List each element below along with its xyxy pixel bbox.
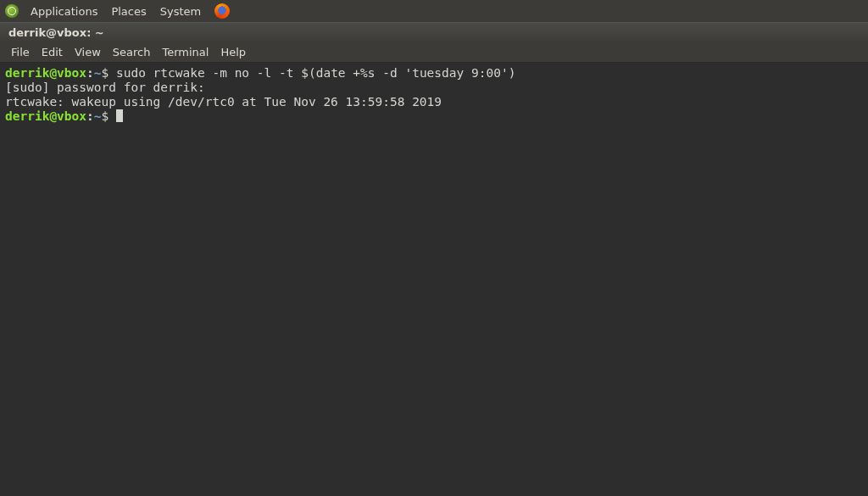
command-text: sudo rtcwake -m no -l -t $(date +%s -d '… xyxy=(116,66,515,80)
terminal-output[interactable]: derrik@vbox:~$ sudo rtcwake -m no -l -t … xyxy=(0,63,868,496)
menu-edit[interactable]: Edit xyxy=(36,44,69,60)
prompt-dollar: $ xyxy=(102,109,116,123)
prompt-userhost: derrik@vbox xyxy=(5,109,86,123)
distro-logo-icon[interactable] xyxy=(5,4,19,18)
top-panel: Applications Places System xyxy=(0,0,868,22)
menu-terminal[interactable]: Terminal xyxy=(156,44,214,60)
terminal-line: derrik@vbox:~$ xyxy=(5,109,123,123)
system-menu[interactable]: System xyxy=(155,3,206,20)
firefox-icon[interactable] xyxy=(214,3,230,19)
prompt-path: ~ xyxy=(94,66,102,80)
window-titlebar[interactable]: derrik@vbox: ~ xyxy=(0,22,868,42)
window-title: derrik@vbox: ~ xyxy=(8,26,104,39)
applications-menu[interactable]: Applications xyxy=(25,3,103,20)
prompt-colon: : xyxy=(86,109,94,123)
terminal-menubar: File Edit View Search Terminal Help xyxy=(0,42,868,63)
prompt-dollar: $ xyxy=(102,66,116,80)
terminal-line: rtcwake: wakeup using /dev/rtc0 at Tue N… xyxy=(5,95,442,109)
prompt-path: ~ xyxy=(94,109,102,123)
prompt-colon: : xyxy=(86,66,94,80)
cursor-icon xyxy=(116,109,123,122)
menu-help[interactable]: Help xyxy=(214,44,252,60)
prompt-userhost: derrik@vbox xyxy=(5,66,86,80)
menu-view[interactable]: View xyxy=(69,44,107,60)
menu-file[interactable]: File xyxy=(5,44,36,60)
terminal-line: derrik@vbox:~$ sudo rtcwake -m no -l -t … xyxy=(5,66,515,80)
menu-search[interactable]: Search xyxy=(107,44,157,60)
terminal-line: [sudo] password for derrik: xyxy=(5,81,205,94)
places-menu[interactable]: Places xyxy=(106,3,151,20)
